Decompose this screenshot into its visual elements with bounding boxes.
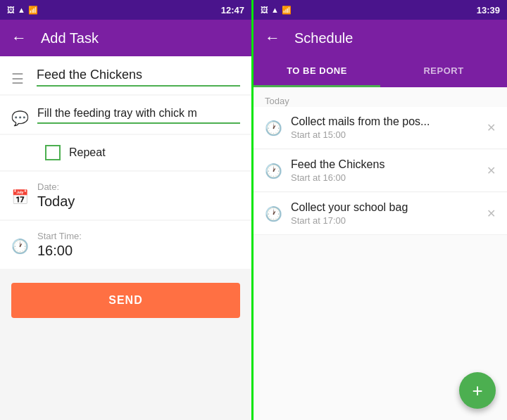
task-name-1: Collect mails from the pos... (291, 115, 478, 128)
task-info-2: Feed the Chickens Start at 16:00 (291, 158, 478, 183)
task-close-2[interactable]: ✕ (487, 164, 496, 177)
list-item: 🕐 Collect your school bag Start at 17:00… (254, 193, 507, 235)
send-btn-area: SEND (0, 269, 251, 332)
form-area: ☰ 💬 Repeat 📅 Date: Today (0, 56, 251, 420)
signal-icon: 📶 (28, 6, 38, 15)
clock-icon: 🕐 (11, 235, 29, 255)
time-row[interactable]: 🕐 Start Time: 16:00 (0, 221, 251, 269)
status-time-right: 13:39 (477, 5, 500, 15)
task-name-row: ☰ (0, 56, 251, 94)
start-time-value: 16:00 (37, 243, 82, 259)
status-time-left: 12:47 (221, 5, 244, 15)
header-right: ← Schedule (254, 20, 507, 56)
tab-to-be-done[interactable]: TO BE DONE (254, 56, 380, 87)
task-name-icon: ☰ (11, 68, 28, 87)
task-name-3: Collect your school bag (291, 201, 478, 214)
list-item: 🕐 Collect mails from the pos... Start at… (254, 107, 507, 149)
list-item: 🕐 Feed the Chickens Start at 16:00 ✕ (254, 150, 507, 192)
task-close-3[interactable]: ✕ (487, 207, 496, 220)
fab-area: + (254, 371, 507, 420)
task-name-wrapper (37, 68, 240, 87)
tab-to-be-done-label: TO BE DONE (287, 65, 347, 76)
task-desc-wrapper (37, 107, 240, 124)
today-section-label: Today (254, 90, 301, 112)
date-value: Today (37, 193, 75, 210)
task-clock-icon-1: 🕐 (265, 120, 282, 136)
date-label: Date: (37, 182, 75, 192)
task-time-3: Start at 17:00 (291, 215, 478, 226)
tabs-bar: TO BE DONE REPORT (254, 56, 507, 87)
signal-icon-right: 📶 (282, 6, 292, 15)
right-panel: 🖼 ▲ 📶 13:39 ← Schedule TO BE DONE REPORT… (254, 0, 507, 420)
start-time-label: Start Time: (37, 231, 82, 241)
send-button[interactable]: SEND (11, 283, 240, 318)
page-title-left: Add Task (41, 30, 99, 46)
tab-report-label: REPORT (423, 65, 463, 76)
repeat-row[interactable]: Repeat (0, 135, 251, 170)
back-button-left[interactable]: ← (11, 29, 27, 47)
image-icon-right: 🖼 (261, 6, 268, 14)
task-clock-icon-3: 🕐 (265, 205, 282, 222)
task-clock-icon-2: 🕐 (265, 163, 282, 179)
task-close-1[interactable]: ✕ (487, 121, 496, 134)
task-info-1: Collect mails from the pos... Start at 1… (291, 115, 478, 140)
wifi-icon-right: ▲ (271, 6, 279, 14)
page-title-right: Schedule (294, 30, 353, 46)
image-icon: 🖼 (7, 6, 15, 14)
repeat-checkbox[interactable] (45, 145, 61, 160)
date-section: Date: Today (37, 182, 75, 210)
task-desc-icon: 💬 (11, 107, 29, 127)
add-task-fab-button[interactable]: + (459, 372, 496, 409)
header-left: ← Add Task (0, 20, 251, 56)
task-name-input[interactable] (37, 68, 240, 87)
back-button-right[interactable]: ← (265, 29, 280, 47)
task-time-2: Start at 16:00 (291, 172, 478, 183)
status-icons-right: 🖼 ▲ 📶 (261, 6, 292, 15)
tab-report[interactable]: REPORT (380, 56, 507, 87)
repeat-label: Repeat (69, 146, 106, 159)
status-bar-left: 🖼 ▲ 📶 12:47 (0, 0, 251, 20)
task-desc-row: 💬 (0, 96, 251, 134)
status-icons-left: 🖼 ▲ 📶 (7, 6, 38, 15)
task-name-2: Feed the Chickens (291, 158, 478, 171)
left-panel: 🖼 ▲ 📶 12:47 ← Add Task ☰ 💬 (0, 0, 254, 420)
status-bar-right: 🖼 ▲ 📶 13:39 (254, 0, 507, 20)
wifi-icon: ▲ (18, 6, 25, 14)
task-time-1: Start at 15:00 (291, 129, 478, 140)
time-section: Start Time: 16:00 (37, 231, 82, 259)
date-row[interactable]: 📅 Date: Today (0, 172, 251, 219)
schedule-content: Today 🕐 Collect mails from the pos... St… (254, 87, 507, 371)
calendar-icon: 📅 (11, 186, 29, 205)
task-desc-input[interactable] (37, 107, 240, 124)
task-info-3: Collect your school bag Start at 17:00 (291, 201, 478, 226)
